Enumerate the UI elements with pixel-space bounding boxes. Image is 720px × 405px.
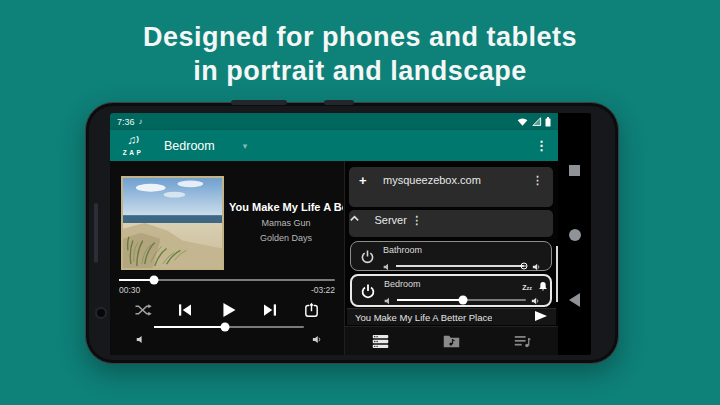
player-row-bathroom[interactable]: Bathroom [350, 241, 552, 271]
tab-music-folder-icon[interactable] [432, 327, 472, 355]
tab-bar [345, 326, 558, 355]
player-name: Bathroom [383, 245, 541, 255]
power-icon[interactable] [352, 276, 384, 305]
beach-dune-photo [123, 178, 222, 268]
chevron-up-icon[interactable] [349, 210, 364, 227]
mysqueezebox-label: mysqueezebox.com [383, 174, 481, 186]
chevron-down-icon[interactable]: ▾ [243, 141, 248, 151]
play-button[interactable] [218, 300, 238, 320]
earpiece-speaker [94, 203, 98, 263]
server-card[interactable]: Server ⋮ [349, 210, 553, 237]
bathroom-volume-thumb[interactable] [521, 263, 528, 270]
power-icon[interactable] [351, 242, 383, 270]
time-labels: 00:30 -03:22 [119, 285, 335, 295]
play-icon[interactable] [534, 308, 548, 326]
app-bar: ♫) ZAP Bedroom ▾ ⋮ [110, 130, 558, 161]
back-button[interactable] [569, 293, 580, 307]
volume-down-icon[interactable] [136, 330, 145, 348]
zap-app-logo-icon: ♫) ZAP [118, 134, 148, 157]
track-album: Golden Days [229, 233, 343, 243]
elapsed-time: 00:30 [119, 285, 140, 295]
track-title: You Make My Life A Better Place [229, 201, 343, 213]
overflow-menu-icon[interactable]: ⋮ [535, 138, 548, 153]
phone-frame: 7:36 ♪ ♫) ZAP Bedroom ▾ ⋮ [85, 102, 619, 364]
album-art[interactable] [121, 176, 224, 270]
main-content: You Make My Life A Better Place Mamas Gu… [110, 161, 558, 355]
mysqueezebox-overflow-icon[interactable]: ⋮ [532, 174, 543, 187]
server-overflow-icon[interactable]: ⋮ [411, 214, 422, 226]
power-button-edge [231, 100, 287, 105]
phone-screen: 7:36 ♪ ♫) ZAP Bedroom ▾ ⋮ [110, 113, 591, 355]
cell-signal-icon [531, 117, 542, 126]
scrollbar[interactable] [556, 246, 558, 302]
alarm-bell-icon [538, 278, 548, 296]
bathroom-volume-slider[interactable] [396, 265, 527, 267]
logo-text: ZAP [123, 149, 144, 156]
wifi-icon [517, 117, 528, 126]
player-name: Bedroom [384, 279, 540, 289]
status-right [517, 117, 551, 127]
bedroom-volume-slider[interactable] [397, 299, 526, 301]
repeat-button[interactable] [303, 302, 320, 319]
headline: Designed for phones and tablets in portr… [0, 0, 720, 88]
battery-icon [545, 117, 551, 127]
android-nav-bar [558, 113, 591, 355]
tab-servers-icon[interactable] [361, 327, 401, 355]
recents-button[interactable] [569, 165, 580, 176]
server-pane: + mysqueezebox.com ⋮ Server ⋮ [345, 161, 558, 355]
shuffle-button[interactable] [134, 301, 152, 319]
status-left: 7:36 ♪ [117, 117, 143, 127]
transport-controls [134, 299, 320, 321]
volume-up-icon[interactable] [312, 330, 322, 348]
next-button[interactable] [261, 301, 279, 319]
headline-line2: in portrait and landscape [0, 54, 720, 88]
headline-line1: Designed for phones and tablets [0, 20, 720, 54]
track-artist: Mamas Gun [229, 218, 343, 228]
seek-slider[interactable] [119, 279, 335, 281]
main-volume-slider[interactable] [154, 326, 304, 328]
volume-down-icon [384, 291, 392, 309]
player-selector-title[interactable]: Bedroom [164, 139, 215, 153]
previous-button[interactable] [176, 301, 194, 319]
remaining-time: -03:22 [311, 285, 335, 295]
mysqueezebox-card[interactable]: + mysqueezebox.com ⋮ [349, 167, 553, 207]
seek-thumb[interactable] [149, 276, 158, 285]
logo-soundwave-icon: ) [136, 134, 139, 143]
player-row-bedroom[interactable]: Bedroom Zzz [350, 274, 552, 307]
track-info: You Make My Life A Better Place Mamas Gu… [229, 201, 343, 243]
bedroom-volume-thumb[interactable] [458, 296, 467, 305]
now-playing-pane: You Make My Life A Better Place Mamas Gu… [110, 161, 345, 355]
status-bar: 7:36 ♪ [110, 113, 558, 130]
server-label: Server [374, 214, 406, 226]
current-song-title: You Make My Life A Better Place [355, 312, 492, 323]
music-note-notification-icon: ♪ [139, 117, 143, 126]
current-song-bar[interactable]: You Make My Life A Better Place [347, 308, 556, 325]
front-camera [95, 307, 107, 319]
volume-down-icon [383, 257, 391, 275]
app-window: 7:36 ♪ ♫) ZAP Bedroom ▾ ⋮ [110, 113, 558, 355]
logo-note-icon: ♫ [127, 133, 136, 147]
clock: 7:36 [117, 117, 135, 127]
sleep-timer-icon: Zzz [522, 284, 532, 291]
plus-icon[interactable]: + [359, 173, 373, 188]
volume-button-edge [324, 100, 354, 105]
home-button[interactable] [569, 229, 581, 241]
volume-up-icon [532, 257, 541, 275]
main-volume-thumb[interactable] [220, 323, 229, 332]
tab-playlist-icon[interactable] [503, 327, 543, 355]
